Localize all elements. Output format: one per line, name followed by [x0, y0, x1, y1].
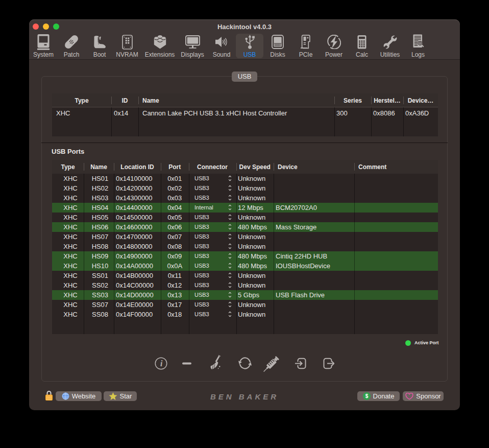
svg-text:i: i	[160, 359, 163, 368]
svg-text:$: $	[365, 393, 368, 399]
